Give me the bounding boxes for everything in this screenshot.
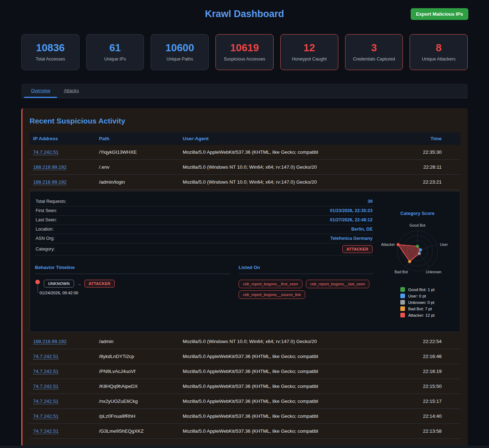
legend-item-bad-bot: Bad Bot: 7 pt — [400, 306, 435, 311]
category-label: Category: — [36, 247, 55, 252]
user-agent-cell: Mozilla/5.0 (Windows NT 10.0; Win64; x64… — [179, 334, 404, 349]
tab-bar: OverviewAttacks — [21, 84, 468, 98]
listed-badge[interactable]: cidr_report_bogons__last_seen — [306, 280, 369, 288]
column-header-path: Path — [95, 132, 179, 145]
radar-axis-label-unknown: Unknown — [426, 270, 442, 274]
table-row[interactable]: 188.218.99.192/admin/loginMozilla/5.0 (W… — [30, 175, 461, 190]
column-header-time: Time — [404, 132, 461, 145]
user-agent-cell: Mozilla/5.0 AppleWebKit/537.36 (KHTML, l… — [179, 145, 404, 159]
time-cell: 22:16:19 — [404, 364, 461, 379]
info-row-total-requests-: Total Requests:39 — [35, 197, 373, 206]
info-row-first-seen-: First Seen:01/23/2026, 22:35:23 — [35, 206, 373, 216]
ip-address-link[interactable]: 188.218.99.192 — [33, 179, 67, 185]
ip-cell: 74.7.242.51 — [30, 394, 95, 409]
ip-address-link[interactable]: 74.7.242.51 — [33, 413, 58, 419]
legend-swatch-icon — [400, 287, 405, 292]
info-label: First Seen: — [36, 208, 57, 213]
info-label: Total Requests: — [36, 199, 66, 204]
table-header: IP Address Path User-Agent Time — [30, 132, 461, 145]
listed-badge[interactable]: cidr_report_bogons__source_link — [239, 290, 305, 299]
table-row[interactable]: 74.7.242.51/8ykdLnDYTi2cpMozilla/5.0 App… — [30, 349, 461, 364]
info-value: 39 — [368, 199, 373, 204]
tab-attacks[interactable]: Attacks — [57, 84, 86, 98]
radar-legend: Good Bot: 1 ptUser: 0 ptUnknown: 0 ptBad… — [400, 287, 435, 317]
stat-card-total-accesses: 10836Total Accesses — [21, 34, 79, 70]
path-cell: /admin/login — [95, 175, 179, 189]
time-cell: 22:26:11 — [404, 160, 461, 174]
listed-on-section: Listed On cidr_report_bogons__first_seen… — [239, 265, 373, 299]
table-rows-before-detail: 74.7.242.51/YiqykGI13WHXEMozilla/5.0 App… — [30, 145, 461, 190]
legend-label: Bad Bot: 7 pt — [408, 307, 432, 311]
table-row[interactable]: 188.218.99.192/adminMozilla/5.0 (Windows… — [30, 334, 461, 349]
to-category-badge: ATTACKER — [84, 280, 115, 288]
ip-address-link[interactable]: 188.218.99.192 — [33, 339, 67, 344]
ip-cell: 188.218.99.192 — [30, 175, 95, 189]
path-cell: /8ykdLnDYTi2cp — [95, 349, 179, 364]
info-label: ASN Org: — [36, 236, 55, 241]
info-row-last-seen-: Last Seen:01/27/2026, 22:48:12 — [35, 216, 373, 225]
behavior-timeline-section: Behavior Timeline UNKNOWN → ATTACKER — [35, 265, 230, 299]
detail-sections: Behavior Timeline UNKNOWN → ATTACKER — [35, 265, 373, 299]
path-cell: /pLz0Fnua9fRhH — [95, 409, 179, 423]
path-cell: /G3Lme9ShEQgXKZ — [95, 424, 179, 438]
category-badge: ATTACKER — [342, 245, 373, 253]
stat-value: 8 — [436, 43, 442, 53]
stat-label: Unique IPs — [104, 57, 126, 62]
path-cell: /admin — [95, 334, 179, 349]
listed-badge[interactable]: cidr_report_bogons__first_seen — [239, 280, 302, 288]
path-cell: /nx2yUOZuE6Ckg — [95, 394, 179, 409]
ip-address-link[interactable]: 74.7.242.51 — [33, 384, 58, 389]
ip-address-link[interactable]: 74.7.242.51 — [33, 399, 58, 404]
stat-card-unique-ips: 61Unique IPs — [86, 34, 144, 70]
time-cell: 22:16:46 — [404, 349, 461, 364]
radar-axis-label-attacker: Attacker — [381, 242, 395, 247]
ip-info-list: Total Requests:39First Seen:01/23/2026, … — [35, 197, 373, 243]
table-row[interactable]: 74.7.242.51/K8HQq9hAipeDXMozilla/5.0 App… — [30, 379, 461, 394]
timeline-content: UNKNOWN → ATTACKER 01/24/2026, 09:42:00 — [44, 280, 115, 295]
path-cell: /YiqykGI13WHXE — [95, 145, 179, 159]
ip-address-link[interactable]: 74.7.242.51 — [33, 354, 58, 359]
category-score-column: Category Score Good BotUserUnknownBad Bo… — [380, 197, 455, 325]
ip-cell: 74.7.242.51 — [30, 349, 95, 364]
legend-swatch-icon — [400, 306, 405, 311]
tab-overview[interactable]: Overview — [24, 84, 57, 98]
table-row[interactable]: 74.7.242.51/nx2yUOZuE6CkgMozilla/5.0 App… — [30, 394, 461, 409]
stat-label: Unique Paths — [166, 57, 193, 62]
ip-address-link[interactable]: 74.7.242.51 — [33, 149, 58, 155]
export-malicious-ips-button[interactable]: Export Malicious IPs — [411, 8, 468, 20]
listed-on-badges: cidr_report_bogons__first_seencidr_repor… — [239, 278, 373, 299]
stat-card-honeypot-caught: 12Honeypot Caught — [280, 34, 338, 70]
ip-cell: 188.218.99.192 — [30, 334, 95, 349]
timeline-dot-icon — [35, 280, 40, 284]
table-row[interactable]: 74.7.242.51/YiqykGI13WHXEMozilla/5.0 App… — [30, 145, 461, 160]
timeline-entry: UNKNOWN → ATTACKER 01/24/2026, 09:42:00 — [35, 280, 230, 295]
legend-label: Attacker: 12 pt — [408, 313, 435, 317]
table-row[interactable]: 74.7.242.51/pLz0Fnua9fRhHMozilla/5.0 App… — [30, 409, 461, 424]
dashboard: Krawl Dashboard Export Malicious IPs 108… — [21, 0, 468, 447]
time-cell: 22:23:21 — [404, 175, 461, 189]
info-value: 01/27/2026, 22:48:12 — [330, 217, 373, 222]
recent-suspicious-activity-panel: Recent Suspicious Activity IP Address Pa… — [21, 108, 468, 447]
ip-cell: 74.7.242.51 — [30, 145, 95, 159]
listed-on-heading: Listed On — [239, 265, 373, 274]
behavior-timeline-heading: Behavior Timeline — [35, 265, 230, 274]
table-row[interactable]: 74.7.242.51/PN9LvAcJ4uoVfMozilla/5.0 App… — [30, 364, 461, 379]
stat-card-unique-paths: 10600Unique Paths — [151, 34, 209, 70]
detail-left-column: Total Requests:39First Seen:01/23/2026, … — [35, 197, 373, 325]
ip-address-link[interactable]: 74.7.242.51 — [33, 428, 58, 434]
table-row[interactable]: 74.7.242.51/G3Lme9ShEQgXKZMozilla/5.0 Ap… — [30, 424, 461, 439]
table-rows-after-detail: 188.218.99.192/adminMozilla/5.0 (Windows… — [30, 334, 461, 439]
stat-label: Unique Attackers — [422, 57, 456, 62]
time-cell: 22:13:58 — [404, 424, 461, 438]
info-row-asn-org-: ASN Org:Telefonica Germany — [35, 234, 373, 243]
ip-address-link[interactable]: 188.218.99.192 — [33, 164, 67, 170]
ip-address-link[interactable]: 74.7.242.51 — [33, 369, 58, 374]
table-row[interactable]: 188.218.99.192/.envMozilla/5.0 (Windows … — [30, 160, 461, 175]
path-cell: /K8HQq9hAipeDX — [95, 379, 179, 394]
ip-detail-panel: Total Requests:39First Seen:01/23/2026, … — [30, 191, 461, 332]
page-title: Krawl Dashboard — [21, 9, 468, 20]
next-panel-edge — [0, 446, 489, 448]
timeline-transition: UNKNOWN → ATTACKER — [44, 280, 115, 288]
info-label: Last Seen: — [36, 217, 57, 222]
time-cell: 22:22:54 — [404, 334, 461, 349]
